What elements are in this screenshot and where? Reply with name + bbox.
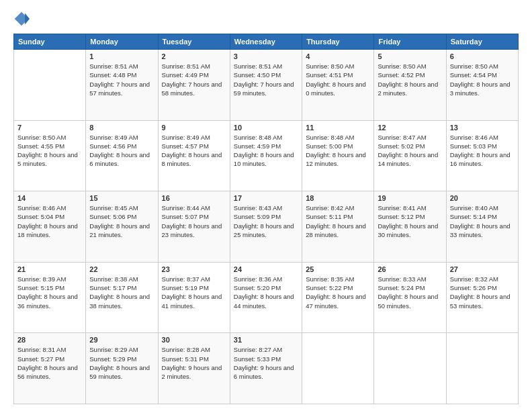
day-number: 7 (17, 124, 82, 132)
day-info: Sunrise: 8:31 AMSunset: 5:27 PMDaylight:… (17, 345, 82, 381)
day-number: 14 (17, 194, 82, 202)
day-number: 27 (450, 265, 515, 273)
day-number: 21 (17, 265, 82, 273)
calendar-cell: 3Sunrise: 8:51 AMSunset: 4:50 PMDaylight… (230, 50, 302, 121)
day-info: Sunrise: 8:51 AMSunset: 4:50 PMDaylight:… (234, 62, 298, 97)
calendar-cell (302, 333, 374, 404)
page: SundayMondayTuesdayWednesdayThursdayFrid… (0, 0, 532, 411)
day-info: Sunrise: 8:49 AMSunset: 4:56 PMDaylight:… (89, 133, 154, 169)
day-info: Sunrise: 8:41 AMSunset: 5:12 PMDaylight:… (378, 203, 442, 239)
day-info: Sunrise: 8:33 AMSunset: 5:24 PMDaylight:… (378, 275, 442, 310)
day-number: 20 (450, 194, 515, 202)
day-number: 8 (89, 124, 154, 132)
day-info: Sunrise: 8:51 AMSunset: 4:49 PMDaylight:… (162, 62, 226, 97)
calendar-table: SundayMondayTuesdayWednesdayThursdayFrid… (13, 34, 519, 404)
calendar-cell (14, 50, 86, 121)
calendar-cell: 22Sunrise: 8:38 AMSunset: 5:17 PMDayligh… (86, 262, 158, 333)
calendar-cell: 24Sunrise: 8:36 AMSunset: 5:20 PMDayligh… (230, 262, 302, 333)
day-info: Sunrise: 8:48 AMSunset: 5:00 PMDaylight:… (306, 133, 370, 169)
calendar-cell: 13Sunrise: 8:46 AMSunset: 5:03 PMDayligh… (446, 120, 518, 191)
day-number: 13 (450, 124, 515, 132)
day-info: Sunrise: 8:38 AMSunset: 5:17 PMDaylight:… (89, 275, 154, 310)
day-info: Sunrise: 8:43 AMSunset: 5:09 PMDaylight:… (234, 203, 298, 239)
day-info: Sunrise: 8:45 AMSunset: 5:06 PMDaylight:… (89, 203, 154, 239)
calendar-cell: 28Sunrise: 8:31 AMSunset: 5:27 PMDayligh… (14, 333, 86, 404)
calendar-cell: 15Sunrise: 8:45 AMSunset: 5:06 PMDayligh… (86, 191, 158, 263)
calendar-cell: 1Sunrise: 8:51 AMSunset: 4:48 PMDaylight… (86, 50, 158, 121)
svg-marker-1 (25, 13, 30, 24)
calendar-week-1: 1Sunrise: 8:51 AMSunset: 4:48 PMDaylight… (14, 50, 519, 121)
day-info: Sunrise: 8:35 AMSunset: 5:22 PMDaylight:… (306, 275, 370, 310)
day-number: 26 (378, 265, 442, 273)
calendar-cell: 4Sunrise: 8:50 AMSunset: 4:51 PMDaylight… (302, 50, 374, 121)
day-number: 11 (306, 124, 370, 132)
day-info: Sunrise: 8:36 AMSunset: 5:20 PMDaylight:… (234, 275, 298, 310)
logo-icon (13, 11, 30, 27)
calendar-cell: 11Sunrise: 8:48 AMSunset: 5:00 PMDayligh… (302, 120, 374, 191)
weekday-row: SundayMondayTuesdayWednesdayThursdayFrid… (14, 34, 519, 50)
weekday-header-saturday: Saturday (446, 34, 518, 50)
calendar-cell: 27Sunrise: 8:32 AMSunset: 5:26 PMDayligh… (446, 262, 518, 333)
day-info: Sunrise: 8:48 AMSunset: 4:59 PMDaylight:… (234, 133, 298, 169)
calendar-cell: 31Sunrise: 8:27 AMSunset: 5:33 PMDayligh… (230, 333, 302, 404)
calendar-body: 1Sunrise: 8:51 AMSunset: 4:48 PMDaylight… (14, 50, 519, 404)
calendar-cell: 16Sunrise: 8:44 AMSunset: 5:07 PMDayligh… (158, 191, 230, 263)
day-info: Sunrise: 8:42 AMSunset: 5:11 PMDaylight:… (306, 203, 370, 239)
calendar-cell: 23Sunrise: 8:37 AMSunset: 5:19 PMDayligh… (158, 262, 230, 333)
day-info: Sunrise: 8:50 AMSunset: 4:52 PMDaylight:… (378, 62, 442, 97)
day-number: 15 (89, 194, 154, 202)
day-number: 1 (89, 52, 154, 60)
calendar-cell: 10Sunrise: 8:48 AMSunset: 4:59 PMDayligh… (230, 120, 302, 191)
weekday-header-friday: Friday (374, 34, 446, 50)
calendar-cell: 25Sunrise: 8:35 AMSunset: 5:22 PMDayligh… (302, 262, 374, 333)
calendar-cell: 12Sunrise: 8:47 AMSunset: 5:02 PMDayligh… (374, 120, 446, 191)
day-info: Sunrise: 8:37 AMSunset: 5:19 PMDaylight:… (162, 275, 226, 310)
day-info: Sunrise: 8:46 AMSunset: 5:04 PMDaylight:… (17, 203, 82, 239)
day-info: Sunrise: 8:50 AMSunset: 4:55 PMDaylight:… (17, 133, 82, 169)
calendar-cell: 14Sunrise: 8:46 AMSunset: 5:04 PMDayligh… (14, 191, 86, 263)
day-number: 2 (162, 52, 226, 60)
day-number: 6 (450, 52, 515, 60)
weekday-header-wednesday: Wednesday (230, 34, 302, 50)
day-number: 19 (378, 194, 442, 202)
weekday-header-monday: Monday (86, 34, 158, 50)
day-info: Sunrise: 8:46 AMSunset: 5:03 PMDaylight:… (450, 133, 515, 169)
day-number: 29 (89, 336, 154, 344)
day-number: 17 (234, 194, 298, 202)
day-info: Sunrise: 8:32 AMSunset: 5:26 PMDaylight:… (450, 275, 515, 310)
day-info: Sunrise: 8:51 AMSunset: 4:48 PMDaylight:… (89, 62, 154, 97)
day-number: 16 (162, 194, 226, 202)
weekday-header-sunday: Sunday (14, 34, 86, 50)
day-info: Sunrise: 8:49 AMSunset: 4:57 PMDaylight:… (162, 133, 226, 169)
day-number: 9 (162, 124, 226, 132)
day-info: Sunrise: 8:50 AMSunset: 4:54 PMDaylight:… (450, 62, 515, 97)
calendar-cell: 5Sunrise: 8:50 AMSunset: 4:52 PMDaylight… (374, 50, 446, 121)
day-number: 28 (17, 336, 82, 344)
day-number: 24 (234, 265, 298, 273)
weekday-header-tuesday: Tuesday (158, 34, 230, 50)
day-number: 23 (162, 265, 226, 273)
calendar-cell: 26Sunrise: 8:33 AMSunset: 5:24 PMDayligh… (374, 262, 446, 333)
day-info: Sunrise: 8:28 AMSunset: 5:31 PMDaylight:… (162, 345, 226, 381)
calendar-cell: 17Sunrise: 8:43 AMSunset: 5:09 PMDayligh… (230, 191, 302, 263)
day-number: 30 (162, 336, 226, 344)
calendar-week-3: 14Sunrise: 8:46 AMSunset: 5:04 PMDayligh… (14, 191, 519, 263)
day-info: Sunrise: 8:40 AMSunset: 5:14 PMDaylight:… (450, 203, 515, 239)
calendar-cell: 30Sunrise: 8:28 AMSunset: 5:31 PMDayligh… (158, 333, 230, 404)
calendar-week-5: 28Sunrise: 8:31 AMSunset: 5:27 PMDayligh… (14, 333, 519, 404)
calendar-cell: 29Sunrise: 8:29 AMSunset: 5:29 PMDayligh… (86, 333, 158, 404)
day-number: 10 (234, 124, 298, 132)
calendar-week-2: 7Sunrise: 8:50 AMSunset: 4:55 PMDaylight… (14, 120, 519, 191)
day-info: Sunrise: 8:50 AMSunset: 4:51 PMDaylight:… (306, 62, 370, 97)
day-info: Sunrise: 8:47 AMSunset: 5:02 PMDaylight:… (378, 133, 442, 169)
day-info: Sunrise: 8:44 AMSunset: 5:07 PMDaylight:… (162, 203, 226, 239)
calendar-cell: 18Sunrise: 8:42 AMSunset: 5:11 PMDayligh… (302, 191, 374, 263)
header (13, 11, 519, 27)
day-number: 3 (234, 52, 298, 60)
day-number: 22 (89, 265, 154, 273)
day-info: Sunrise: 8:27 AMSunset: 5:33 PMDaylight:… (234, 345, 298, 381)
calendar-week-4: 21Sunrise: 8:39 AMSunset: 5:15 PMDayligh… (14, 262, 519, 333)
weekday-header-thursday: Thursday (302, 34, 374, 50)
day-number: 4 (306, 52, 370, 60)
calendar-cell (446, 333, 518, 404)
